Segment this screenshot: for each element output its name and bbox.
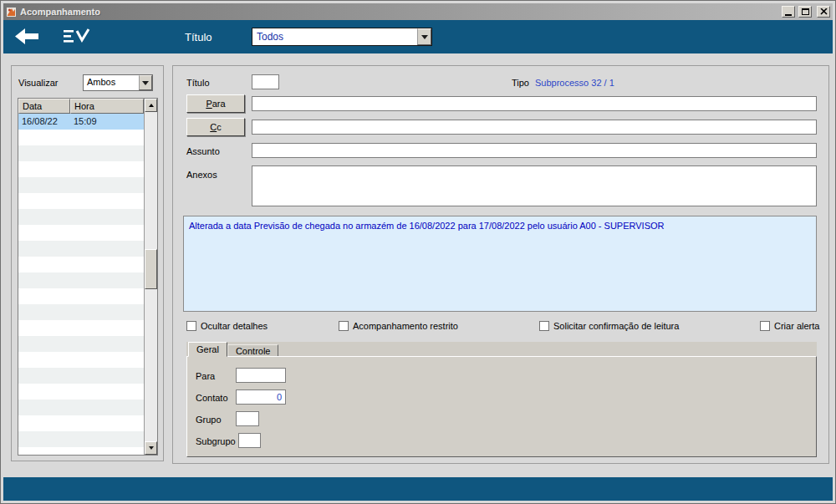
titulo-input[interactable] [252, 74, 279, 89]
tab-geral[interactable]: Geral [188, 342, 227, 357]
column-header-data[interactable]: Data [18, 99, 70, 114]
cell-data [18, 400, 70, 415]
checkbox-criar-alerta[interactable]: Criar alerta [760, 321, 819, 331]
maximize-button[interactable] [798, 6, 812, 18]
checkbox-ocultar-detalhes[interactable]: Ocultar detalhes [186, 321, 268, 331]
table-row[interactable] [18, 225, 144, 241]
visualizar-label: Visualizar [18, 78, 59, 88]
triangle-up-icon [149, 101, 154, 107]
cell-data [18, 209, 70, 225]
cell-data: 16/08/22 [18, 114, 70, 130]
checkbox-box[interactable] [339, 321, 349, 331]
table-row[interactable] [18, 320, 144, 336]
cell-hora [70, 320, 144, 336]
para-button[interactable]: Para [186, 94, 245, 113]
para-input[interactable] [252, 96, 817, 111]
table-row[interactable] [18, 193, 144, 209]
cell-hora [70, 145, 144, 161]
geral-subgrupo-label: Subgrupo [196, 436, 236, 446]
table-row[interactable] [18, 257, 144, 272]
table-row[interactable] [18, 368, 144, 384]
table-scrollbar[interactable] [144, 99, 157, 455]
scroll-down-button[interactable] [145, 441, 157, 455]
cell-data [18, 288, 70, 304]
tipo-label: Tipo [512, 78, 529, 88]
cell-data [18, 130, 70, 145]
table-row[interactable] [18, 177, 144, 193]
geral-contato-label: Contato [196, 393, 228, 403]
table-row[interactable] [18, 161, 144, 177]
titulo-filter-select[interactable]: Todos [252, 28, 432, 46]
scroll-up-button[interactable] [145, 99, 157, 112]
titulo-filter-dropdown-button[interactable] [417, 28, 431, 45]
visualizar-value: Ambos [84, 75, 139, 90]
table-header: Data Hora [18, 99, 157, 114]
cell-data [18, 320, 70, 336]
cell-hora [70, 415, 144, 431]
table-row[interactable] [18, 447, 144, 455]
table-row[interactable] [18, 352, 144, 368]
geral-grupo-input[interactable] [236, 411, 259, 426]
cell-hora [70, 193, 144, 209]
cell-hora: 15:09 [70, 114, 144, 130]
table-row[interactable] [18, 415, 144, 431]
table-row[interactable] [18, 431, 144, 447]
geral-para-label: Para [196, 371, 215, 381]
content-area: Visualizar Ambos Data Hora 16/08/22 15:0… [3, 53, 833, 477]
checkbox-acompanhamento-restrito[interactable]: Acompanhamento restrito [339, 321, 458, 331]
table-row[interactable] [18, 145, 144, 161]
checkbox-solicitar-confirmacao[interactable]: Solicitar confirmação de leitura [539, 321, 679, 331]
table-row[interactable] [18, 272, 144, 288]
cell-hora [70, 225, 144, 241]
table-row[interactable] [18, 400, 144, 415]
view-options-button[interactable] [64, 28, 90, 46]
cell-hora [70, 257, 144, 272]
cell-data [18, 431, 70, 447]
cell-hora [70, 400, 144, 415]
cc-button[interactable]: Cc [186, 118, 245, 136]
cell-data [18, 177, 70, 193]
back-button[interactable] [15, 28, 38, 46]
table-row[interactable] [18, 336, 144, 352]
table-row[interactable] [18, 288, 144, 304]
table-row[interactable] [18, 130, 144, 145]
cell-data [18, 304, 70, 320]
tab-controle[interactable]: Controle [227, 344, 279, 357]
geral-subgrupo-input[interactable] [238, 433, 261, 448]
cell-hora [70, 384, 144, 400]
message-area[interactable]: Alterada a data Previsão de chegada no a… [183, 216, 817, 312]
table-body: 16/08/22 15:09 [18, 114, 144, 455]
cc-input[interactable] [252, 120, 817, 135]
visualizar-dropdown-button[interactable] [139, 75, 152, 90]
cell-data [18, 257, 70, 272]
cell-hora [70, 241, 144, 257]
table-row[interactable] [18, 304, 144, 320]
cell-data [18, 145, 70, 161]
checkbox-label: Acompanhamento restrito [353, 321, 458, 331]
cell-hora [70, 130, 144, 145]
cell-data [18, 336, 70, 352]
assunto-input[interactable] [252, 143, 817, 158]
cell-hora [70, 336, 144, 352]
column-header-hora[interactable]: Hora [70, 99, 144, 114]
visualizar-select[interactable]: Ambos [83, 74, 153, 91]
close-button[interactable] [817, 6, 830, 18]
tab-strip: Geral Controle [186, 342, 817, 357]
checkbox-box[interactable] [760, 321, 770, 331]
minimize-button[interactable] [782, 6, 795, 18]
table-row[interactable] [18, 384, 144, 400]
checkbox-box[interactable] [186, 321, 196, 331]
table-row-selected[interactable]: 16/08/22 15:09 [18, 114, 144, 130]
triangle-down-icon [149, 446, 154, 452]
scrollbar-thumb[interactable] [145, 249, 157, 289]
cell-data [18, 384, 70, 400]
table-row[interactable] [18, 209, 144, 225]
checkbox-box[interactable] [539, 321, 549, 331]
tipo-value-link[interactable]: Subprocesso 32 / 1 [535, 78, 614, 88]
cell-hora [70, 288, 144, 304]
table-row[interactable] [18, 241, 144, 257]
geral-para-input[interactable] [236, 368, 286, 383]
cell-data [18, 352, 70, 368]
geral-contato-input[interactable]: 0 [236, 389, 286, 405]
anexos-textarea[interactable] [252, 165, 817, 206]
